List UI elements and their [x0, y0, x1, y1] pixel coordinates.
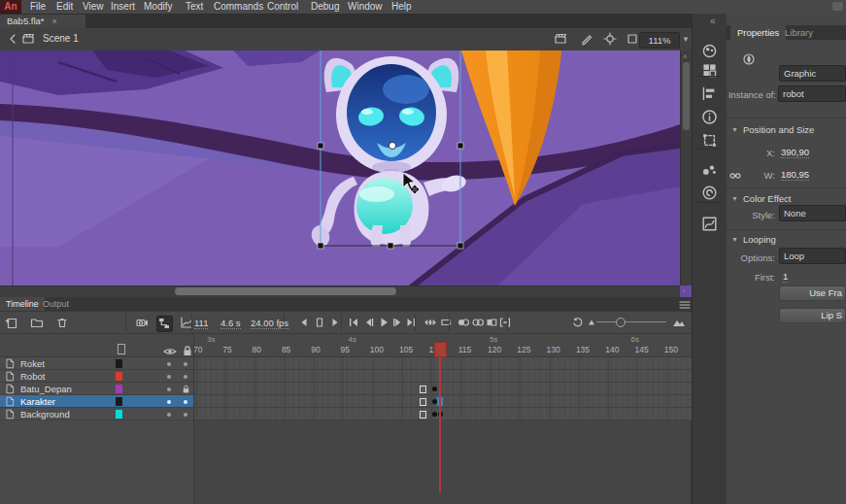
layer-lock-dot[interactable] [184, 362, 187, 366]
go-first-icon[interactable] [347, 316, 361, 330]
layer-visibility-dot[interactable] [167, 375, 171, 379]
layer-visibility-dot[interactable] [167, 362, 171, 366]
color-effect-header[interactable]: Color Effect [743, 193, 791, 204]
loop-options-dropdown[interactable]: Loop [779, 248, 846, 264]
menu-control[interactable]: Control [264, 1, 301, 13]
clip-content-icon[interactable] [626, 32, 639, 48]
span-end-marker[interactable] [420, 411, 426, 419]
layer-parenting-icon[interactable] [156, 316, 173, 332]
onion-skin-icon[interactable] [457, 316, 471, 330]
layer-visibility-dot[interactable] [167, 413, 171, 417]
x-value[interactable]: 390,90 [781, 147, 809, 158]
center-stage-icon[interactable] [603, 32, 617, 48]
layer-color-swatch[interactable] [116, 359, 122, 368]
frame-row-roket[interactable] [194, 357, 692, 370]
new-layer-icon[interactable] [5, 316, 19, 330]
play-icon[interactable] [377, 316, 391, 330]
menu-text[interactable]: Text [183, 1, 206, 13]
camera-icon[interactable] [135, 316, 150, 330]
new-folder-icon[interactable] [30, 316, 45, 330]
reset-zoom-icon[interactable] [571, 316, 586, 330]
stage-v-scrollbar-thumb[interactable] [683, 62, 690, 130]
layer-row-karakter[interactable]: Karakter [0, 395, 194, 408]
frame-row-background[interactable] [194, 408, 692, 420]
keyframe-dot[interactable] [432, 412, 437, 417]
collapse-looping-icon[interactable]: ▼ [731, 236, 738, 243]
timeline-empty-frames-area[interactable] [194, 420, 692, 504]
span-end-marker[interactable] [420, 398, 426, 406]
stage-zoom-input[interactable]: 111% [639, 32, 680, 49]
layer-lock-dot[interactable] [184, 400, 187, 404]
layer-name[interactable]: Roket [20, 358, 45, 369]
layer-name[interactable]: Karakter [20, 396, 55, 407]
layer-visibility-dot[interactable] [167, 387, 171, 391]
menu-modify[interactable]: Modify [141, 1, 175, 13]
keyframe-dot[interactable] [432, 386, 437, 391]
workspace-switcher-icon[interactable] [832, 2, 843, 11]
cc-libraries-panel-icon[interactable] [701, 185, 719, 202]
edit-symbols-icon[interactable] [580, 32, 593, 48]
tab-output[interactable]: Output [37, 297, 75, 311]
timeline-zoom-slider[interactable] [596, 321, 666, 322]
zoom-large-icon[interactable] [672, 316, 687, 330]
looping-header[interactable]: Looping [743, 234, 776, 245]
layer-color-swatch[interactable] [116, 410, 122, 419]
info-panel-icon[interactable] [701, 109, 719, 126]
keyframe-dot[interactable] [432, 399, 437, 404]
frame-row-robot[interactable] [194, 370, 692, 383]
color-panel-icon[interactable] [701, 43, 719, 60]
timeline-empty-layers-area[interactable] [0, 420, 194, 504]
lip-sync-button[interactable]: Lip S [779, 308, 846, 323]
scroll-corner-icon[interactable]: › [683, 287, 686, 295]
step-back-icon[interactable] [362, 316, 377, 330]
collapse-color-effect-icon[interactable]: ▼ [731, 195, 738, 202]
frame-back-icon[interactable] [297, 316, 312, 330]
layer-name[interactable]: Background [20, 409, 70, 420]
app-logo[interactable]: An [0, 0, 21, 14]
menu-window[interactable]: Window [345, 1, 386, 13]
current-frame-value[interactable]: 111 [194, 318, 208, 329]
collapse-dock-icon[interactable]: « [710, 16, 716, 26]
playhead-marker[interactable] [434, 342, 447, 357]
document-tab[interactable]: Bab5.fla*× [0, 15, 85, 28]
menu-view[interactable]: View [80, 1, 107, 13]
zoom-small-icon[interactable] [585, 316, 599, 330]
frame-row-karakter[interactable] [194, 395, 692, 408]
layer-lock-dot[interactable] [184, 375, 187, 379]
tab-library[interactable]: Library [778, 25, 820, 40]
menu-edit[interactable]: Edit [53, 1, 76, 13]
scene-name[interactable]: Scene 1 [43, 33, 79, 44]
timeline-zoom-slider-knob[interactable] [616, 318, 626, 327]
first-frame-value[interactable]: 1 [783, 271, 788, 283]
frame-row-batu_depan[interactable] [194, 383, 692, 395]
layer-row-batu_depan[interactable]: Batu_Depan [0, 383, 194, 395]
back-arrow-icon[interactable] [6, 32, 19, 48]
motion-editor-panel-icon[interactable] [701, 216, 719, 233]
delete-layer-icon[interactable] [55, 316, 70, 330]
style-dropdown[interactable]: None [779, 205, 846, 221]
loop-playback-icon[interactable] [439, 316, 454, 330]
stage-canvas[interactable] [0, 50, 692, 297]
transform-point[interactable] [389, 142, 395, 149]
menu-debug[interactable]: Debug [308, 1, 342, 13]
align-panel-icon[interactable] [701, 85, 719, 103]
edit-multiple-frames-icon[interactable] [485, 316, 499, 330]
layer-row-robot[interactable]: Robot [0, 370, 194, 383]
brush-library-panel-icon[interactable] [701, 161, 719, 179]
frame-rate-value[interactable]: 24.00 fps [251, 318, 288, 329]
position-size-header[interactable]: Position and Size [743, 124, 814, 135]
step-forward-icon[interactable] [390, 316, 405, 330]
go-last-icon[interactable] [404, 316, 419, 330]
swatches-panel-icon[interactable] [701, 62, 719, 80]
stage-h-scrollbar-thumb[interactable] [175, 287, 396, 295]
link-width-height-icon[interactable] [728, 169, 742, 185]
modify-markers-icon[interactable] [498, 316, 513, 330]
layer-color-swatch[interactable] [116, 385, 122, 393]
onion-skin-outlines-icon[interactable] [471, 316, 486, 330]
transform-panel-icon[interactable] [701, 132, 719, 150]
menu-insert[interactable]: Insert [108, 1, 138, 13]
instance-name-field[interactable]: robot [778, 85, 846, 102]
layer-name[interactable]: Robot [20, 371, 45, 382]
layer-row-background[interactable]: Background [0, 408, 194, 420]
center-playhead-icon[interactable] [423, 316, 438, 330]
